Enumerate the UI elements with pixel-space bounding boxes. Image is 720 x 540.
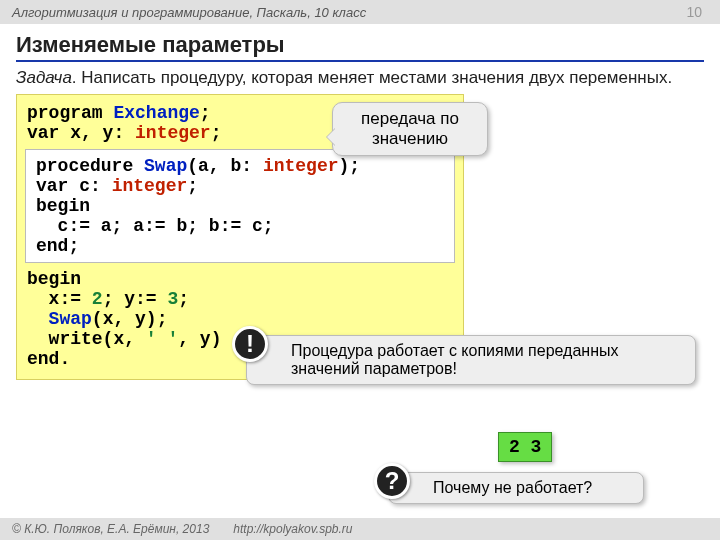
question-icon: ? — [374, 463, 410, 499]
task-label: Задача — [16, 68, 72, 87]
exclaim-icon: ! — [232, 326, 268, 362]
code-line: begin — [27, 269, 453, 289]
callout-by-value: передача по значению — [332, 102, 488, 156]
code-line: begin — [36, 196, 444, 216]
code-line: x:= 2; y:= 3; — [27, 289, 453, 309]
code-line: end; — [36, 236, 444, 256]
copyright: © К.Ю. Поляков, Е.А. Ерёмин, 2013 — [12, 522, 209, 536]
course-label: Алгоритмизация и программирование, Паска… — [12, 5, 366, 20]
footer-url: http://kpolyakov.spb.ru — [233, 522, 352, 536]
page-number: 10 — [686, 4, 708, 20]
code-line: var c: integer; — [36, 176, 444, 196]
code-line: procedure Swap(a, b: integer); — [36, 156, 444, 176]
task-body: . Написать процедуру, которая меняет мес… — [72, 68, 672, 87]
page-title: Изменяемые параметры — [0, 24, 720, 60]
footer-bar: © К.Ю. Поляков, Е.А. Ерёмин, 2013 http:/… — [0, 518, 720, 540]
code-line: c:= a; a:= b; b:= c; — [36, 216, 444, 236]
task-text: Задача. Написать процедуру, которая меня… — [0, 68, 720, 94]
note-copies: Процедура работает с копиями переданных … — [246, 335, 696, 385]
code-block-procedure: procedure Swap(a, b: integer); var c: in… — [25, 149, 455, 263]
header-bar: Алгоритмизация и программирование, Паска… — [0, 0, 720, 24]
note-why: Почему не работает? — [388, 472, 644, 504]
title-underline — [16, 60, 704, 62]
output-box: 2 3 — [498, 432, 552, 462]
code-line: Swap(x, y); — [27, 309, 453, 329]
